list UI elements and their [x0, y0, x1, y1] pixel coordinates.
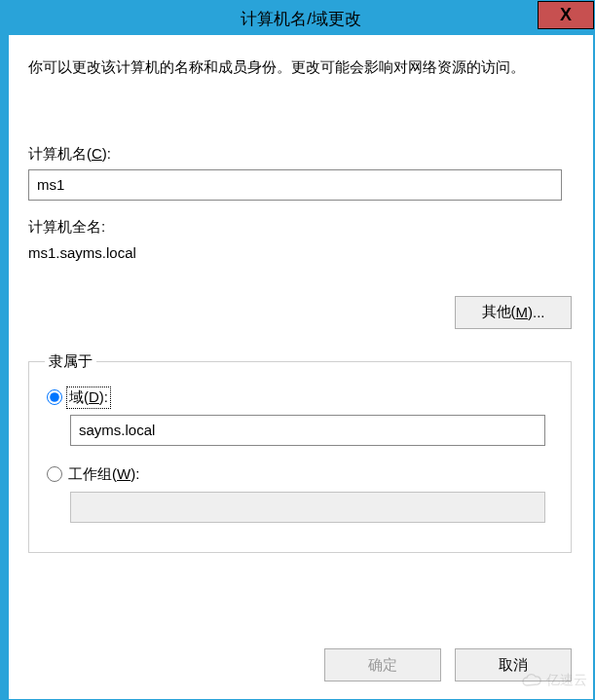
dialog-footer: 确定 取消	[324, 648, 572, 682]
member-of-legend: 隶属于	[45, 352, 96, 371]
description-text: 你可以更改该计算机的名称和成员身份。更改可能会影响对网络资源的访问。	[28, 56, 572, 79]
workgroup-radio[interactable]	[47, 466, 62, 482]
cancel-button[interactable]: 取消	[455, 648, 572, 682]
client-area: 你可以更改该计算机的名称和成员身份。更改可能会影响对网络资源的访问。 计算机名(…	[9, 35, 593, 553]
workgroup-radio-label[interactable]: 工作组(W):	[68, 465, 139, 484]
full-name-label: 计算机全名:	[28, 218, 572, 237]
workgroup-radio-row: 工作组(W):	[47, 465, 555, 484]
workgroup-input	[70, 492, 545, 523]
window-title: 计算机名/域更改	[241, 8, 361, 30]
dialog-window: 计算机名/域更改 X 你可以更改该计算机的名称和成员身份。更改可能会影响对网络资…	[0, 0, 595, 700]
ok-button[interactable]: 确定	[324, 648, 441, 682]
domain-radio[interactable]	[47, 389, 62, 405]
domain-input[interactable]	[70, 415, 545, 446]
full-name-value: ms1.sayms.local	[28, 244, 572, 261]
computer-name-label: 计算机名(C):	[28, 145, 572, 164]
domain-radio-label[interactable]: 域(D):	[68, 388, 109, 407]
computer-name-input[interactable]	[28, 169, 562, 201]
domain-radio-row: 域(D):	[47, 388, 555, 407]
close-icon: X	[560, 5, 572, 25]
member-of-group: 隶属于 域(D): 工作组(W):	[28, 352, 572, 553]
close-button[interactable]: X	[538, 1, 594, 29]
more-button[interactable]: 其他(M)...	[455, 296, 572, 329]
title-bar: 计算机名/域更改 X	[9, 2, 593, 35]
